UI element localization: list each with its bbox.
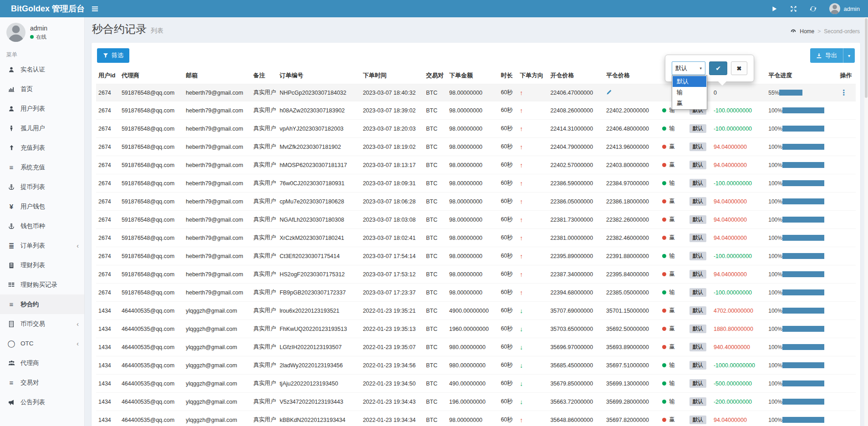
cell-control: 默认 [687,156,711,174]
win-lose-select[interactable]: 默认 ▾ [672,61,705,75]
breadcrumb-home[interactable]: Home [800,28,814,35]
sidebar-item-withdraw-list[interactable]: 提币列表 [0,177,84,197]
anchor-icon [7,184,15,190]
bars-icon: ≡ [7,301,15,308]
status-badge: 默认 [689,306,706,315]
cell-order-time: 2022-01-23 19:35:07 [361,338,424,356]
dropdown-option[interactable]: 赢 [673,98,706,109]
sidebar-item-order-list[interactable]: ≣ 订单列表 ‹ [0,236,84,255]
cell-email: heberth79@gmail.com [184,174,251,193]
user-icon [7,106,15,112]
cell-order-time: 2023-03-07 17:23:37 [361,284,424,302]
export-button[interactable]: 导出 [810,48,843,63]
cell-order-id: MvtZfk20230307181902 [277,138,361,156]
direction-arrow-icon: ↑ [520,289,523,296]
cell-open-price: 35679.85000000 [548,375,604,393]
cell-email: ylqggzh@gmail.com [184,375,251,393]
close-progress: 100% [768,417,835,423]
brand-logo[interactable]: BitGoldex 管理后台 [0,3,85,14]
cell-pair: BTC [424,356,447,375]
cell-pair: BTC [424,247,447,265]
cell-pair: BTC [424,193,447,211]
cell-close-price: 22402.20000000 [604,101,660,120]
funnel-icon [103,53,108,58]
vertical-scrollbar[interactable] [864,17,868,426]
cell-win-lose: 输 [660,174,687,193]
progress-bar [782,217,824,223]
play-icon[interactable] [771,6,777,12]
cell-win-lose: 赢 [660,138,687,156]
dropdown-option[interactable]: 默认 [673,76,706,87]
cell-pair: BTC [424,84,447,101]
sidebar-item-announcements[interactable]: 公告列表 [0,392,84,412]
result-dot-icon [662,254,666,258]
sidebar-item-user-wallet[interactable]: ¥ 用户钱包 [0,197,84,216]
grid-icon [7,282,15,288]
sidebar-item-finance-purchases[interactable]: 理财购买记录 [0,275,84,294]
result-dot-icon [662,199,666,203]
status-badge: 默认 [689,142,706,151]
cell-duration: 60秒 [499,356,518,375]
sidebar-item-wallet-coins[interactable]: 钱包币种 [0,216,84,236]
filter-button[interactable]: 筛选 [97,48,129,63]
cell-order-time: 2023-03-07 18:39:02 [361,101,424,120]
cell-remark: 真实用户 [251,302,277,320]
result-dot-icon [662,418,666,422]
close-progress: 100% [768,271,835,278]
sidebar-toggle[interactable] [85,5,105,12]
sidebar-item-realname-auth[interactable]: 实名认证 [0,60,84,79]
sidebar-item-second-contract[interactable]: ≡ 秒合约 [0,294,84,314]
dropdown-option[interactable]: 输 [673,87,706,98]
close-progress: 100% [768,198,835,205]
scrollbar-thumb[interactable] [865,18,868,98]
edit-icon[interactable] [606,89,612,95]
row-actions-button[interactable]: ⋮ [840,89,848,96]
direction-arrow-icon: ↓ [520,325,523,333]
refresh-icon[interactable] [810,5,817,12]
direction-arrow-icon: ↑ [520,271,523,278]
cell-email: ylqggzh@gmail.com [184,411,251,426]
cell-pair: BTC [424,302,447,320]
result-dot-icon [662,127,666,131]
cell-actions [838,411,856,426]
cell-remark: 真实用户 [251,174,277,193]
cell-remark: 真实用户 [251,247,277,265]
progress-bar [782,126,824,132]
sidebar-item-finance-list[interactable]: 理财列表 [0,255,84,275]
cell-profit: 94.04000000 [711,411,766,426]
cancel-button[interactable]: ✖ [731,61,747,75]
chevron-left-icon: ‹ [77,320,79,328]
cell-actions [838,193,856,211]
cell-order-time: 2023-03-07 18:20:03 [361,120,424,138]
cell-order-time: 2022-01-23 19:35:21 [361,302,424,320]
breadcrumb-current: Second-orders [824,28,860,35]
cell-amount: 980.00000000 [447,356,498,375]
sidebar-item-trading-pairs[interactable]: ≡ 交易对 [0,373,84,392]
sidebar-item-agents[interactable]: 代理商 [0,353,84,373]
sidebar-item-coin-trade[interactable]: 币币交易 ‹ [0,314,84,334]
sidebar-item-home[interactable]: 首页 [0,79,84,99]
cell-agent: 591876548@qq.com [119,101,184,120]
export-caret-button[interactable]: ▾ [843,48,855,63]
sidebar-item-orphan-users[interactable]: 孤儿用户 [0,118,84,138]
sidebar-item-otc[interactable]: ◯ OTC ‹ [0,334,84,353]
cell-open-price: 22404.79000000 [548,138,604,156]
cell-email: heberth79@gmail.com [184,193,251,211]
table-row: 1434 464400535@qq.com ylqggzh@gmail.com … [96,356,856,375]
cell-agent: 591876548@qq.com [119,211,184,229]
cell-order-id: 2ladWy20220123193456 [277,356,361,375]
sidebar-item-deposit-list[interactable]: 充值列表 [0,138,84,157]
cell-control: 默认 [687,120,711,138]
sidebar-item-system-deposit[interactable]: ≡ 系统充值 [0,157,84,177]
cell-close-price: 22391.88000000 [604,247,660,265]
confirm-button[interactable]: ✔ [709,61,727,75]
direction-arrow-icon: ↑ [520,198,523,205]
fullscreen-icon[interactable] [790,5,797,12]
cell-order-time: 2022-01-23 19:35:13 [361,320,424,338]
user-menu[interactable]: admin [829,3,860,14]
cell-pair: BTC [424,101,447,120]
table-row: 2674 591876548@qq.com heberth79@gmail.co… [96,101,856,120]
sidebar-item-user-list[interactable]: 用户列表 [0,99,84,118]
cell-user-id: 2674 [96,229,119,247]
direction-arrow-icon: ↑ [520,107,523,114]
